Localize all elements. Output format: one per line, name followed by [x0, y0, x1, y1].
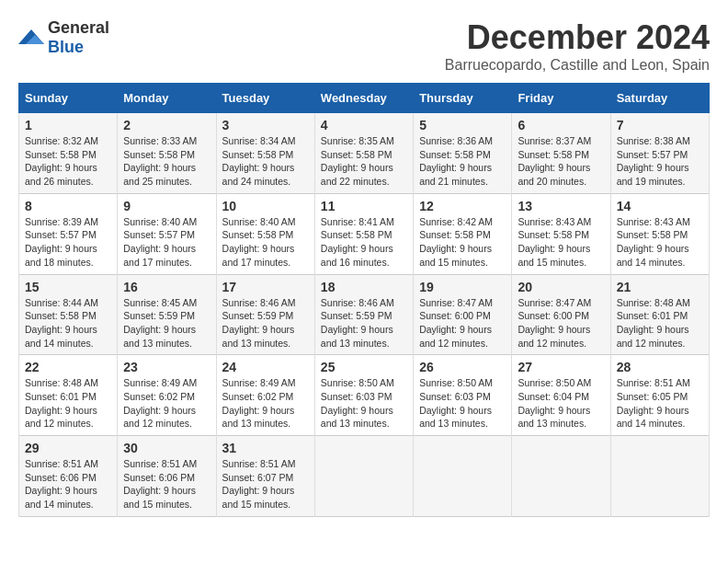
logo-general: General — [48, 18, 109, 37]
day-number: 16 — [123, 280, 210, 294]
calendar-cell: 21Sunrise: 8:48 AM Sunset: 6:01 PM Dayli… — [610, 274, 709, 355]
day-number: 9 — [123, 199, 210, 213]
logo-blue: Blue — [48, 38, 84, 56]
day-info: Sunrise: 8:49 AM Sunset: 6:02 PM Dayligh… — [222, 376, 309, 431]
title-section: December 2024 Barruecopardo, Castille an… — [445, 18, 710, 74]
subtitle: Barruecopardo, Castille and Leon, Spain — [445, 57, 710, 74]
header-row: SundayMondayTuesdayWednesdayThursdayFrid… — [19, 84, 710, 113]
day-number: 29 — [25, 441, 111, 455]
day-info: Sunrise: 8:45 AM Sunset: 5:59 PM Dayligh… — [123, 296, 210, 350]
day-info: Sunrise: 8:33 AM Sunset: 5:58 PM Dayligh… — [123, 134, 210, 189]
calendar-cell: 18Sunrise: 8:46 AM Sunset: 5:59 PM Dayli… — [314, 274, 413, 355]
day-number: 10 — [222, 199, 309, 213]
calendar-cell: 22Sunrise: 8:48 AM Sunset: 6:01 PM Dayli… — [19, 355, 118, 436]
week-row: 29Sunrise: 8:51 AM Sunset: 6:06 PM Dayli… — [19, 436, 710, 517]
day-info: Sunrise: 8:50 AM Sunset: 6:04 PM Dayligh… — [518, 376, 604, 431]
day-number: 17 — [222, 280, 309, 294]
day-info: Sunrise: 8:43 AM Sunset: 5:58 PM Dayligh… — [617, 215, 703, 270]
day-number: 13 — [518, 199, 604, 213]
day-info: Sunrise: 8:35 AM Sunset: 5:58 PM Dayligh… — [321, 134, 407, 189]
day-number: 8 — [25, 199, 111, 213]
calendar-cell: 19Sunrise: 8:47 AM Sunset: 6:00 PM Dayli… — [414, 274, 512, 355]
header-day-monday: Monday — [118, 84, 216, 113]
calendar-cell: 17Sunrise: 8:46 AM Sunset: 5:59 PM Dayli… — [216, 274, 314, 355]
calendar-cell: 13Sunrise: 8:43 AM Sunset: 5:58 PM Dayli… — [512, 193, 610, 274]
day-number: 12 — [419, 199, 506, 213]
logo-text: General Blue — [48, 18, 109, 57]
calendar-cell: 5Sunrise: 8:36 AM Sunset: 5:58 PM Daylig… — [414, 113, 512, 194]
day-info: Sunrise: 8:50 AM Sunset: 6:03 PM Dayligh… — [321, 376, 407, 431]
calendar-cell: 14Sunrise: 8:43 AM Sunset: 5:58 PM Dayli… — [610, 193, 709, 274]
day-number: 24 — [222, 360, 309, 374]
day-number: 2 — [123, 118, 210, 132]
day-info: Sunrise: 8:38 AM Sunset: 5:57 PM Dayligh… — [617, 134, 703, 189]
header: General Blue December 2024 Barruecopardo… — [18, 18, 710, 74]
calendar-table: SundayMondayTuesdayWednesdayThursdayFrid… — [18, 83, 710, 517]
day-number: 23 — [123, 360, 210, 374]
calendar-cell: 9Sunrise: 8:40 AM Sunset: 5:57 PM Daylig… — [118, 193, 216, 274]
day-info: Sunrise: 8:39 AM Sunset: 5:57 PM Dayligh… — [25, 215, 111, 270]
day-info: Sunrise: 8:48 AM Sunset: 6:01 PM Dayligh… — [25, 376, 111, 431]
main-title: December 2024 — [445, 18, 710, 57]
day-number: 6 — [518, 118, 604, 132]
calendar-cell — [314, 436, 413, 517]
calendar-cell: 2Sunrise: 8:33 AM Sunset: 5:58 PM Daylig… — [118, 113, 216, 194]
day-info: Sunrise: 8:47 AM Sunset: 6:00 PM Dayligh… — [518, 296, 604, 350]
day-info: Sunrise: 8:44 AM Sunset: 5:58 PM Dayligh… — [25, 296, 111, 350]
day-info: Sunrise: 8:40 AM Sunset: 5:58 PM Dayligh… — [222, 215, 309, 270]
day-info: Sunrise: 8:47 AM Sunset: 6:00 PM Dayligh… — [419, 296, 506, 350]
calendar-cell — [610, 436, 709, 517]
day-number: 5 — [419, 118, 506, 132]
day-number: 4 — [321, 118, 407, 132]
day-info: Sunrise: 8:48 AM Sunset: 6:01 PM Dayligh… — [617, 296, 703, 350]
day-info: Sunrise: 8:50 AM Sunset: 6:03 PM Dayligh… — [419, 376, 506, 431]
day-number: 18 — [321, 280, 407, 294]
calendar-cell: 23Sunrise: 8:49 AM Sunset: 6:02 PM Dayli… — [118, 355, 216, 436]
calendar-cell: 1Sunrise: 8:32 AM Sunset: 5:58 PM Daylig… — [19, 113, 118, 194]
day-number: 3 — [222, 118, 309, 132]
calendar-body: 1Sunrise: 8:32 AM Sunset: 5:58 PM Daylig… — [19, 113, 710, 517]
day-number: 27 — [518, 360, 604, 374]
calendar-cell — [512, 436, 610, 517]
day-info: Sunrise: 8:42 AM Sunset: 5:58 PM Dayligh… — [419, 215, 506, 270]
header-day-sunday: Sunday — [19, 84, 118, 113]
week-row: 22Sunrise: 8:48 AM Sunset: 6:01 PM Dayli… — [19, 355, 710, 436]
calendar-cell: 31Sunrise: 8:51 AM Sunset: 6:07 PM Dayli… — [216, 436, 314, 517]
calendar-cell: 28Sunrise: 8:51 AM Sunset: 6:05 PM Dayli… — [610, 355, 709, 436]
day-info: Sunrise: 8:51 AM Sunset: 6:06 PM Dayligh… — [25, 457, 111, 511]
day-info: Sunrise: 8:34 AM Sunset: 5:58 PM Dayligh… — [222, 134, 309, 189]
day-info: Sunrise: 8:32 AM Sunset: 5:58 PM Dayligh… — [25, 134, 111, 189]
day-number: 1 — [25, 118, 111, 132]
header-day-friday: Friday — [512, 84, 610, 113]
day-info: Sunrise: 8:40 AM Sunset: 5:57 PM Dayligh… — [123, 215, 210, 270]
header-day-wednesday: Wednesday — [314, 84, 413, 113]
header-day-tuesday: Tuesday — [216, 84, 314, 113]
day-info: Sunrise: 8:49 AM Sunset: 6:02 PM Dayligh… — [123, 376, 210, 431]
calendar-cell: 11Sunrise: 8:41 AM Sunset: 5:58 PM Dayli… — [314, 193, 413, 274]
calendar-cell: 30Sunrise: 8:51 AM Sunset: 6:06 PM Dayli… — [118, 436, 216, 517]
calendar-cell: 7Sunrise: 8:38 AM Sunset: 5:57 PM Daylig… — [610, 113, 709, 194]
day-number: 30 — [123, 441, 210, 455]
calendar-cell: 24Sunrise: 8:49 AM Sunset: 6:02 PM Dayli… — [216, 355, 314, 436]
day-number: 26 — [419, 360, 506, 374]
day-number: 19 — [419, 280, 506, 294]
day-number: 15 — [25, 280, 111, 294]
day-info: Sunrise: 8:37 AM Sunset: 5:58 PM Dayligh… — [518, 134, 604, 189]
calendar-cell — [414, 436, 512, 517]
day-info: Sunrise: 8:51 AM Sunset: 6:07 PM Dayligh… — [222, 457, 309, 511]
calendar-cell: 3Sunrise: 8:34 AM Sunset: 5:58 PM Daylig… — [216, 113, 314, 194]
calendar-cell: 25Sunrise: 8:50 AM Sunset: 6:03 PM Dayli… — [314, 355, 413, 436]
calendar-cell: 16Sunrise: 8:45 AM Sunset: 5:59 PM Dayli… — [118, 274, 216, 355]
header-day-thursday: Thursday — [414, 84, 512, 113]
day-number: 20 — [518, 280, 604, 294]
calendar-cell: 27Sunrise: 8:50 AM Sunset: 6:04 PM Dayli… — [512, 355, 610, 436]
calendar-header: SundayMondayTuesdayWednesdayThursdayFrid… — [19, 84, 710, 113]
day-info: Sunrise: 8:51 AM Sunset: 6:05 PM Dayligh… — [617, 376, 703, 431]
day-number: 28 — [617, 360, 703, 374]
calendar-cell: 10Sunrise: 8:40 AM Sunset: 5:58 PM Dayli… — [216, 193, 314, 274]
week-row: 8Sunrise: 8:39 AM Sunset: 5:57 PM Daylig… — [19, 193, 710, 274]
logo-icon — [18, 28, 44, 48]
calendar-cell: 6Sunrise: 8:37 AM Sunset: 5:58 PM Daylig… — [512, 113, 610, 194]
week-row: 15Sunrise: 8:44 AM Sunset: 5:58 PM Dayli… — [19, 274, 710, 355]
week-row: 1Sunrise: 8:32 AM Sunset: 5:58 PM Daylig… — [19, 113, 710, 194]
